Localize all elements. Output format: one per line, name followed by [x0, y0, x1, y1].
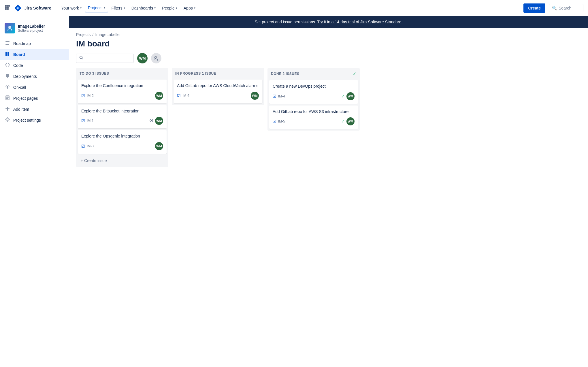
- sidebar-item-code[interactable]: Code: [0, 60, 69, 71]
- card-meta: ☑ IM-4: [273, 94, 285, 99]
- breadcrumb-projects[interactable]: Projects: [76, 32, 91, 37]
- grid-icon[interactable]: [5, 5, 10, 12]
- svg-rect-0: [5, 5, 7, 7]
- svg-point-18: [7, 119, 8, 121]
- sidebar-item-label: Deployments: [13, 74, 37, 79]
- search-box[interactable]: 🔍 Search: [549, 4, 583, 12]
- trial-link[interactable]: Try it in a 14-day trial of Jira Softwar…: [317, 20, 402, 24]
- card-im5[interactable]: Add GitLab repo for AWS S3 infrastructur…: [269, 106, 358, 129]
- card-avatar: WM: [155, 92, 163, 100]
- card-title: Create a new DevOps project: [273, 84, 355, 89]
- card-id: IM-4: [278, 94, 285, 98]
- checkbox-icon: ☑: [81, 144, 85, 148]
- breadcrumb: Projects / ImageLabeller: [69, 28, 588, 37]
- sidebar-item-deployments[interactable]: Deployments: [0, 71, 69, 82]
- card-title: Add GitLab repo for AWS CloudWatch alarm…: [177, 83, 259, 89]
- card-footer: ☑ IM-1 WM: [81, 117, 163, 125]
- card-im1[interactable]: Explore the Bitbucket integration ☑ IM-1: [78, 105, 167, 129]
- card-footer: ☑ IM-6 WM: [177, 92, 259, 100]
- topnav: Jira Software Your work ▾ Projects ▾ Fil…: [0, 0, 588, 16]
- nav-projects[interactable]: Projects ▾: [85, 4, 108, 12]
- svg-point-22: [151, 120, 152, 121]
- nav-people[interactable]: People ▾: [159, 4, 180, 12]
- nav-dashboards[interactable]: Dashboards ▾: [129, 4, 159, 12]
- sidebar: ImageLabeller Software project Roadmap: [0, 16, 69, 367]
- svg-point-7: [8, 26, 11, 29]
- card-icons: ✓ WM: [341, 92, 355, 100]
- add-people-button[interactable]: [151, 53, 161, 63]
- sidebar-item-label: Add item: [13, 107, 29, 112]
- card-im3[interactable]: Explore the Opsgenie integration ☑ IM-3 …: [78, 130, 167, 154]
- user-avatar[interactable]: WM: [137, 53, 148, 63]
- sidebar-item-label: Project settings: [13, 118, 41, 123]
- sidebar-item-add-item[interactable]: Add item: [0, 104, 69, 115]
- create-issue-button[interactable]: + Create issue: [77, 155, 167, 166]
- nav-apps[interactable]: Apps ▾: [181, 4, 198, 12]
- project-name: ImageLabeller: [18, 24, 45, 29]
- card-footer: ☑ IM-3 WM: [81, 142, 163, 150]
- card-im2[interactable]: Explore the Confluence integration ☑ IM-…: [78, 80, 167, 103]
- logo-text: Jira Software: [24, 5, 51, 10]
- sidebar-item-label: On-call: [13, 85, 26, 90]
- board-search[interactable]: [76, 54, 134, 63]
- oncall-icon: [5, 84, 10, 91]
- card-meta: ☑ IM-5: [273, 119, 285, 124]
- card-meta: ☑ IM-2: [81, 93, 94, 98]
- svg-rect-12: [7, 52, 9, 56]
- card-title: Add GitLab repo for AWS S3 infrastructur…: [273, 109, 355, 115]
- svg-rect-17: [6, 98, 8, 99]
- card-id: IM-5: [278, 119, 285, 123]
- main-content: Set project and issue permissions. Try i…: [69, 16, 588, 367]
- sidebar-item-project-settings[interactable]: Project settings: [0, 115, 69, 126]
- card-im6[interactable]: Add GitLab repo for AWS CloudWatch alarm…: [174, 80, 262, 103]
- svg-rect-16: [6, 97, 9, 98]
- svg-rect-2: [9, 5, 10, 7]
- column-title-inprogress: IN PROGRESS 1 ISSUE: [175, 71, 216, 76]
- card-avatar: WM: [251, 92, 259, 100]
- svg-rect-9: [5, 43, 8, 43]
- svg-rect-8: [5, 41, 10, 42]
- chevron-down-icon: ▾: [194, 6, 195, 10]
- card-avatar: WM: [155, 142, 163, 150]
- sidebar-item-board[interactable]: Board: [0, 49, 69, 60]
- card-footer: ☑ IM-5 ✓ WM: [273, 117, 355, 125]
- done-check-icon: ✓: [341, 119, 345, 124]
- sidebar-item-label: Board: [13, 52, 25, 57]
- logo[interactable]: Jira Software: [14, 4, 51, 12]
- sidebar-item-roadmap[interactable]: Roadmap: [0, 38, 69, 49]
- search-icon: 🔍: [552, 6, 557, 10]
- sidebar-item-label: Code: [13, 63, 23, 68]
- sidebar-item-project-pages[interactable]: Project pages: [0, 93, 69, 104]
- chevron-down-icon: ▾: [80, 6, 82, 10]
- chevron-down-icon: ▾: [176, 6, 177, 10]
- checkbox-icon: ☑: [273, 119, 276, 124]
- card-im4[interactable]: Create a new DevOps project ☑ IM-4 ✓ WM: [269, 80, 358, 104]
- svg-point-20: [155, 57, 157, 59]
- card-id: IM-1: [87, 119, 94, 123]
- card-icons: WM: [149, 117, 163, 125]
- svg-rect-6: [7, 9, 9, 10]
- card-title: Explore the Bitbucket integration: [81, 108, 163, 114]
- column-title-done: DONE 2 ISSUES: [271, 72, 299, 76]
- create-button[interactable]: Create: [523, 3, 545, 13]
- svg-rect-1: [7, 5, 9, 7]
- svg-rect-5: [5, 9, 7, 10]
- sidebar-item-label: Project pages: [13, 96, 38, 101]
- nav-filters[interactable]: Filters ▾: [109, 4, 128, 12]
- nav-your-work[interactable]: Your work ▾: [58, 4, 84, 12]
- column-title-todo: TO DO 3 ISSUES: [80, 71, 109, 76]
- project-type: Software project: [18, 29, 45, 33]
- card-meta: ☑ IM-3: [81, 144, 94, 148]
- app-layout: ImageLabeller Software project Roadmap: [0, 16, 588, 367]
- sidebar-item-oncall[interactable]: On-call: [0, 82, 69, 93]
- done-check-icon: ✓: [353, 71, 357, 76]
- card-id: IM-2: [87, 94, 94, 98]
- chevron-down-icon: ▾: [154, 6, 156, 10]
- svg-rect-11: [5, 52, 7, 56]
- sidebar-item-label: Roadmap: [13, 41, 31, 46]
- checkbox-icon: ☑: [81, 93, 85, 98]
- checkbox-icon: ☑: [177, 93, 181, 98]
- search-input[interactable]: [85, 56, 131, 61]
- board-icon: [5, 51, 10, 58]
- column-header-done: DONE 2 ISSUES ✓: [267, 68, 360, 78]
